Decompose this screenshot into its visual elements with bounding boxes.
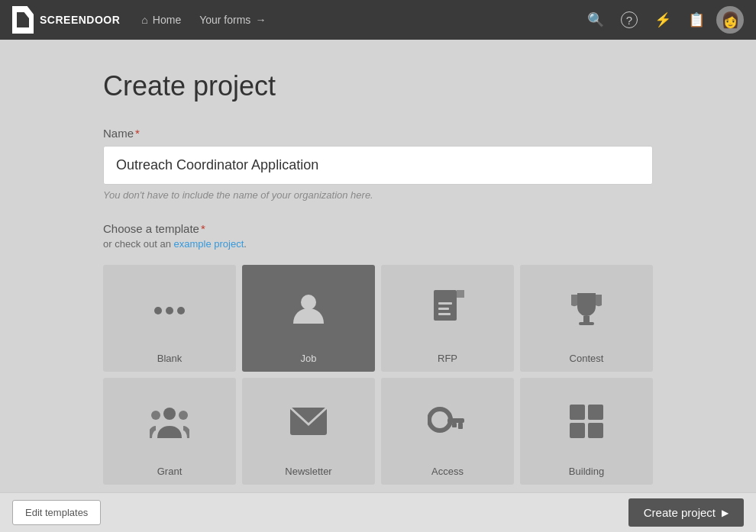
template-grid: Blank Job — [103, 265, 653, 485]
template-field-label: Choose a template* — [103, 222, 653, 235]
template-building-label: Building — [569, 466, 604, 477]
main-content: Create project Name* You don't have to i… — [88, 40, 668, 532]
template-job[interactable]: Job — [242, 265, 375, 372]
svg-rect-15 — [458, 423, 463, 429]
your-forms-nav-link[interactable]: Your forms → — [190, 0, 275, 40]
home-label: Home — [153, 14, 181, 26]
footer-bar: Edit templates Create project ▶ — [0, 492, 756, 532]
document-icon — [431, 290, 464, 332]
doc-icon: 📋 — [688, 11, 705, 28]
example-project-link[interactable]: example project — [174, 238, 244, 250]
svg-rect-4 — [438, 302, 452, 305]
template-newsletter[interactable]: Newsletter — [242, 378, 375, 485]
svg-rect-3 — [457, 290, 464, 298]
svg-rect-6 — [438, 313, 451, 315]
your-forms-label: Your forms — [199, 14, 250, 26]
create-project-chevron: ▶ — [722, 508, 729, 518]
template-blank-label: Blank — [157, 353, 183, 364]
svg-point-13 — [429, 409, 451, 430]
template-newsletter-label: Newsletter — [285, 466, 331, 477]
grid-icon — [568, 403, 605, 445]
page-title: Create project — [103, 70, 653, 102]
search-icon: 🔍 — [587, 11, 604, 28]
svg-rect-1 — [434, 290, 457, 321]
notifications-button[interactable]: ⚡ — [646, 0, 680, 40]
template-access[interactable]: Access — [381, 378, 514, 485]
brand-name: SCREENDOOR — [40, 14, 120, 26]
name-field-label: Name* — [103, 127, 653, 140]
svg-rect-7 — [583, 316, 590, 322]
template-job-label: Job — [301, 353, 317, 364]
bolt-icon: ⚡ — [654, 11, 671, 28]
trophy-icon — [568, 290, 605, 332]
create-project-label: Create project — [644, 506, 716, 519]
template-grant-label: Grant — [157, 466, 183, 477]
home-icon: ⌂ — [141, 14, 147, 26]
template-access-label: Access — [431, 466, 464, 477]
create-project-button[interactable]: Create project ▶ — [628, 498, 744, 527]
name-field-hint: You don't have to include the name of yo… — [103, 189, 653, 201]
svg-point-0 — [301, 295, 316, 310]
template-rfp[interactable]: RFP — [381, 265, 514, 372]
help-icon: ? — [621, 11, 638, 28]
user-avatar[interactable]: 👩 — [716, 6, 744, 34]
template-required-star: * — [201, 222, 205, 235]
key-icon — [428, 405, 467, 443]
home-nav-link[interactable]: ⌂ Home — [132, 0, 190, 40]
template-rfp-label: RFP — [438, 353, 457, 364]
your-forms-arrow: → — [255, 14, 266, 26]
logo-icon — [12, 6, 34, 34]
svg-rect-17 — [570, 405, 585, 420]
svg-rect-19 — [570, 423, 585, 438]
docs-button[interactable]: 📋 — [680, 0, 713, 40]
svg-point-11 — [179, 411, 188, 420]
template-blank[interactable]: Blank — [103, 265, 236, 372]
template-sub-text: or check out an example project. — [103, 238, 653, 250]
template-field-group: Choose a template* or check out an examp… — [103, 222, 653, 485]
brand-logo[interactable]: SCREENDOOR — [12, 6, 120, 34]
group-icon — [150, 405, 189, 443]
svg-point-10 — [151, 411, 160, 420]
svg-rect-5 — [438, 308, 449, 310]
template-contest-label: Contest — [570, 353, 604, 364]
template-contest[interactable]: Contest — [520, 265, 653, 372]
svg-rect-20 — [588, 423, 603, 438]
svg-point-9 — [163, 408, 176, 420]
template-building[interactable]: Building — [520, 378, 653, 485]
template-grant[interactable]: Grant — [103, 378, 236, 485]
avatar-icon: 👩 — [721, 11, 740, 29]
dots-icon — [154, 307, 185, 314]
name-required-star: * — [135, 127, 140, 140]
envelope-icon — [289, 406, 328, 442]
svg-rect-8 — [579, 322, 594, 325]
edit-templates-button[interactable]: Edit templates — [12, 500, 101, 525]
navbar: SCREENDOOR ⌂ Home Your forms → 🔍 ? ⚡ 📋 👩 — [0, 0, 756, 40]
svg-rect-16 — [452, 423, 457, 427]
help-button[interactable]: ? — [612, 0, 646, 40]
project-name-input[interactable] — [103, 146, 653, 185]
search-button[interactable]: 🔍 — [579, 0, 612, 40]
person-icon — [290, 290, 327, 332]
svg-rect-18 — [588, 405, 603, 420]
svg-rect-14 — [447, 418, 464, 423]
name-field-group: Name* You don't have to include the name… — [103, 127, 653, 201]
